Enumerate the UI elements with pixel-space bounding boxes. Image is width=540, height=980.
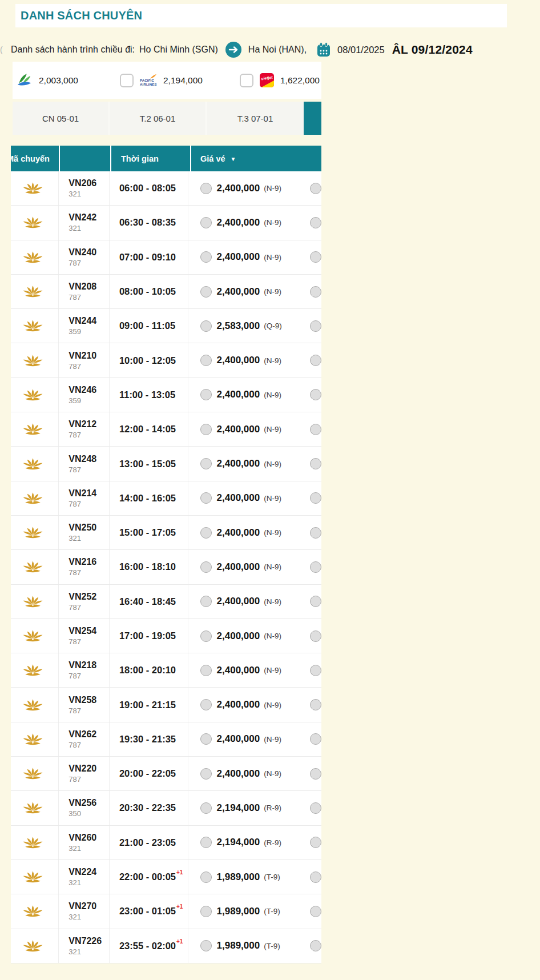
fare-radio[interactable] [200, 527, 212, 539]
fare-radio-secondary[interactable] [310, 699, 321, 710]
fare-radio[interactable] [200, 630, 212, 642]
fare-radio-secondary[interactable] [310, 837, 321, 848]
fare-radio[interactable] [200, 183, 212, 194]
flight-row: VN252 787 16:40 - 18:45 2,400,000 (N-9) [11, 585, 321, 619]
airline-logo-cell [11, 412, 59, 446]
fare-radio-secondary[interactable] [310, 940, 321, 951]
fare-radio-secondary[interactable] [310, 217, 321, 228]
flight-number: VN206 [68, 178, 96, 188]
fare-radio[interactable] [200, 561, 212, 573]
aircraft-type: 787 [68, 500, 81, 508]
fare-radio[interactable] [200, 940, 212, 951]
flight-number: VN242 [68, 212, 96, 223]
date-tab-selected-partial[interactable] [304, 102, 321, 135]
time-cell: 20:30 - 22:35 [110, 791, 188, 825]
fare-radio-secondary[interactable] [310, 424, 321, 435]
secondary-price-cell-cut [303, 860, 321, 894]
fare-radio[interactable] [200, 217, 212, 228]
flight-number: VN248 [68, 454, 96, 464]
flight-code-cell: VN250 321 [59, 516, 110, 549]
aircraft-type: 787 [68, 775, 81, 784]
fare-radio[interactable] [200, 802, 212, 814]
flight-number: VN244 [68, 316, 96, 326]
secondary-price-cell-cut [303, 653, 321, 687]
fare-radio[interactable] [200, 596, 212, 607]
flight-code-cell: VN240 787 [59, 240, 110, 274]
economy-price-cell: 2,400,000 (N-9) [188, 240, 303, 274]
fare-radio-secondary[interactable] [310, 906, 321, 917]
fare-radio[interactable] [200, 492, 212, 504]
fare-radio-secondary[interactable] [310, 458, 321, 469]
vietjet-checkbox[interactable] [240, 74, 253, 87]
fare-radio-secondary[interactable] [310, 183, 321, 194]
bamboo-airways-logo-icon [17, 73, 33, 87]
price-value: 2,400,000 [217, 733, 260, 745]
fare-radio-secondary[interactable] [310, 251, 321, 263]
fare-radio-secondary[interactable] [310, 355, 321, 366]
airline-logo-cell [11, 585, 59, 618]
flight-time: 20:00 - 22:05 [119, 768, 176, 779]
time-cell: 15:00 - 17:05 [110, 516, 188, 549]
secondary-price-cell-cut [303, 757, 321, 790]
fare-radio[interactable] [200, 733, 212, 745]
fare-radio[interactable] [200, 906, 212, 917]
fare-radio-secondary[interactable] [310, 492, 321, 504]
time-cell: 14:00 - 16:05 [110, 481, 188, 515]
flight-code-cell: VN216 787 [59, 550, 110, 584]
date-tab-1[interactable]: CN 05-01 [13, 102, 110, 135]
fare-radio[interactable] [200, 286, 212, 298]
header-price-label: Giá vé [200, 154, 225, 163]
economy-price-cell: 2,400,000 (N-9) [188, 585, 303, 618]
fare-radio[interactable] [200, 699, 212, 710]
fare-radio[interactable] [200, 251, 212, 263]
fare-radio-secondary[interactable] [310, 768, 321, 780]
flight-row: VN218 787 18:00 - 20:10 2,400,000 (N-9) [11, 653, 321, 688]
pacific-checkbox[interactable] [120, 74, 134, 87]
fare-radio-secondary[interactable] [310, 286, 321, 298]
fare-radio-secondary[interactable] [310, 596, 321, 607]
fare-radio-secondary[interactable] [310, 320, 321, 332]
price-value: 2,400,000 [217, 665, 260, 676]
flight-number: VN240 [68, 247, 96, 258]
fare-radio-secondary[interactable] [310, 561, 321, 573]
fare-radio-secondary[interactable] [310, 630, 321, 642]
fare-radio[interactable] [200, 837, 212, 848]
price-value: 2,400,000 [217, 389, 260, 400]
time-cell: 17:00 - 19:05 [110, 619, 188, 653]
economy-price-cell: 2,400,000 (N-9) [188, 722, 303, 756]
price-value: 2,400,000 [217, 527, 260, 539]
fare-radio-secondary[interactable] [310, 871, 321, 883]
fare-radio[interactable] [200, 424, 212, 435]
fare-radio[interactable] [200, 355, 212, 366]
fare-class: (N-9) [264, 735, 281, 744]
fare-radio-secondary[interactable] [310, 802, 321, 814]
fare-radio[interactable] [200, 389, 212, 400]
price-value: 2,194,000 [217, 837, 260, 848]
flight-row: VN260 321 21:00 - 23:05 2,194,000 (R-9) [11, 826, 321, 860]
economy-price-cell: 2,400,000 (N-9) [188, 688, 303, 721]
flight-time: 10:00 - 12:05 [119, 355, 176, 366]
date-tab-2[interactable]: T.2 06-01 [110, 102, 207, 135]
fare-radio[interactable] [200, 871, 212, 883]
aircraft-type: 787 [68, 568, 81, 577]
aircraft-type: 359 [68, 396, 81, 405]
price-value: 1,989,000 [217, 940, 260, 951]
flight-number: VN210 [68, 351, 96, 361]
flight-row: VN254 787 17:00 - 19:05 2,400,000 (N-9) [11, 619, 321, 653]
fare-radio-secondary[interactable] [310, 665, 321, 676]
date-tab-3[interactable]: T.3 07-01 [207, 102, 304, 135]
fare-radio[interactable] [200, 768, 212, 780]
vietnam-airlines-lotus-icon [22, 870, 43, 883]
fare-radio[interactable] [200, 458, 212, 469]
flight-number: VN260 [68, 833, 96, 843]
fare-radio-secondary[interactable] [310, 733, 321, 745]
fare-radio-secondary[interactable] [310, 527, 321, 539]
economy-price-cell: 2,400,000 (N-9) [188, 653, 303, 687]
economy-price-cell: 2,400,000 (N-9) [188, 378, 303, 412]
header-price-sort[interactable]: Giá vé ▼ [191, 146, 308, 171]
economy-price-cell: 2,400,000 (N-9) [188, 343, 303, 377]
pacific-logo-text: PACIFIC AIRLINES [140, 79, 157, 87]
fare-radio-secondary[interactable] [310, 389, 321, 400]
fare-radio[interactable] [200, 665, 212, 676]
fare-radio[interactable] [200, 320, 212, 332]
